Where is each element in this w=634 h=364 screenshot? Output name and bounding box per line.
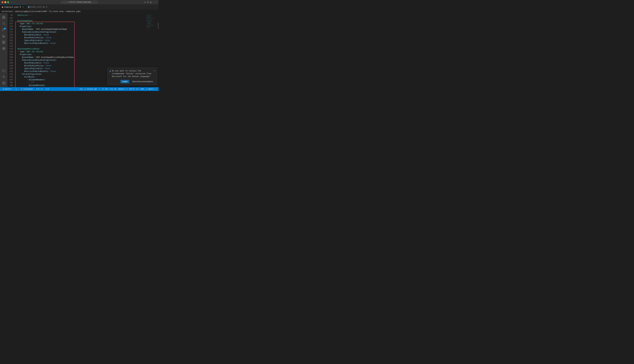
branch-icon: ⎇ bbox=[2, 88, 4, 90]
status-launchpad[interactable]: 🚀 Launchpad bbox=[20, 87, 34, 91]
svg-point-7 bbox=[2, 30, 3, 31]
minimap-scroll-thumb bbox=[158, 22, 158, 29]
encoding-label: UTF-8 bbox=[129, 88, 134, 90]
status-line-ending[interactable]: LF bbox=[136, 87, 139, 91]
error-count: 0 bbox=[38, 88, 39, 90]
split-icon[interactable]: ⧉ bbox=[147, 1, 148, 4]
svg-point-17 bbox=[3, 83, 4, 84]
status-right: You, 1 second ago ⌕ Ln 151, Col 20 Space… bbox=[79, 87, 157, 91]
language-label: YAML bbox=[140, 88, 144, 90]
code-line-125: Properties: bbox=[15, 53, 146, 56]
status-language[interactable]: YAML bbox=[139, 87, 145, 91]
notification-actions: Install Show Recommendations bbox=[110, 80, 155, 83]
status-sync[interactable]: ↻ bbox=[15, 87, 18, 91]
breadcrumb-part[interactable]: template.yaml bbox=[66, 10, 81, 13]
notification-header: ℹ Do you want to install the recommended… bbox=[110, 70, 155, 78]
svg-line-5 bbox=[4, 24, 5, 25]
maximize-button[interactable] bbox=[7, 1, 9, 3]
source-control-badge: 3 bbox=[4, 28, 6, 30]
tab-close-icon[interactable]: × bbox=[22, 6, 24, 8]
line-number: 126 bbox=[8, 56, 13, 59]
status-search[interactable]: ⌕ bbox=[98, 87, 101, 91]
minimap-content: BookImageShop: Type: AWS::S3::Bucket Pro… bbox=[146, 13, 158, 29]
tab-untracked-indicator bbox=[28, 6, 30, 8]
tab-modified-indicator bbox=[2, 6, 3, 8]
show-recommendations-button[interactable]: Show Recommendations bbox=[130, 80, 155, 83]
install-button[interactable]: Install bbox=[120, 80, 129, 83]
search-icon: ⌕ bbox=[99, 88, 100, 90]
titlebar-right: ⊡ ⧉ ▤ ··· bbox=[144, 1, 157, 4]
layout-icon[interactable]: ⊡ bbox=[144, 1, 146, 4]
code-line-91: BooksList: ~ bbox=[15, 14, 146, 17]
breadcrumb-part[interactable]: fcj-book-shop bbox=[49, 10, 64, 13]
svg-rect-14 bbox=[4, 42, 5, 44]
line-number: 127 bbox=[8, 59, 13, 62]
tab-template-yaml[interactable]: template.yaml M × bbox=[0, 4, 26, 10]
line-number: 134 bbox=[8, 78, 13, 81]
code-line-119: BlockPublicPolicy: false bbox=[15, 36, 146, 39]
svg-point-6 bbox=[2, 28, 3, 29]
code-line-116: BucketName: !Ref bookImageShopBucketName bbox=[15, 28, 146, 31]
code-line-112 bbox=[15, 17, 146, 20]
svg-rect-11 bbox=[2, 41, 4, 42]
sidebar-item-cloud[interactable] bbox=[1, 68, 6, 74]
line-number: 122 bbox=[8, 45, 13, 48]
minimize-button[interactable] bbox=[4, 1, 6, 3]
cursor-position: Ln 151, Col 20 bbox=[102, 88, 116, 90]
panels-icon[interactable]: ▤ bbox=[150, 1, 151, 4]
close-button[interactable] bbox=[2, 1, 4, 3]
spell-label: 1 Spell bbox=[146, 88, 153, 90]
code-line-122 bbox=[15, 45, 146, 48]
sidebar-item-remote[interactable] bbox=[1, 46, 6, 51]
line-number: 120 bbox=[8, 39, 13, 42]
titlebar-search[interactable]: ⌕ first-cloud-journey bbox=[60, 1, 98, 4]
status-encoding[interactable]: UTF-8 bbox=[128, 87, 136, 91]
nav-forward-icon[interactable]: › bbox=[14, 1, 15, 4]
search-text: first-cloud-journey bbox=[70, 1, 91, 3]
activity-bar: 3 bbox=[0, 13, 8, 87]
hint-text: You, 1 second ago bbox=[80, 88, 97, 90]
branch-name: master* bbox=[5, 88, 12, 90]
code-line-129: BlockPublicPolicy: false bbox=[15, 64, 146, 67]
info-count: ℹ 0 bbox=[46, 88, 49, 90]
titlebar-nav: ‹ › bbox=[11, 1, 15, 4]
line-number: 132 bbox=[8, 73, 13, 76]
svg-point-16 bbox=[3, 76, 4, 77]
status-cursor[interactable]: Ln 151, Col 20 bbox=[101, 87, 117, 91]
status-errors[interactable]: ⊘ 0 ⚠ 4 bbox=[36, 87, 43, 91]
more-icon[interactable]: ··· bbox=[153, 1, 157, 4]
sidebar-item-source-control[interactable]: 3 bbox=[1, 27, 6, 32]
sidebar-item-explorer[interactable] bbox=[1, 14, 6, 20]
code-line-115: Properties: bbox=[15, 25, 146, 28]
breadcrumb-part[interactable]: serverless bbox=[2, 10, 13, 13]
sidebar-item-run[interactable] bbox=[1, 33, 6, 39]
status-branch[interactable]: ⎇ master* bbox=[1, 87, 13, 91]
line-number: 128 bbox=[8, 62, 13, 64]
feedback-icon: ☺ bbox=[155, 88, 156, 90]
traffic-lights bbox=[2, 1, 9, 3]
status-spell[interactable]: 1 Spell bbox=[145, 87, 154, 91]
status-spaces[interactable]: Spaces: 2 bbox=[117, 87, 128, 91]
sidebar-item-extensions[interactable] bbox=[1, 40, 6, 45]
status-left: ⎇ master* ↻ 🚀 Launchpad ⊘ 0 ⚠ 4 ℹ 0 bbox=[1, 87, 50, 91]
breadcrumb-part[interactable]: deployingApplicationsWithSAM bbox=[15, 10, 47, 13]
status-feedback[interactable]: ☺ bbox=[154, 87, 157, 91]
code-line-114: Type: AWS::S3::Bucket bbox=[15, 22, 146, 25]
sidebar-item-search[interactable] bbox=[1, 21, 6, 26]
svg-marker-9 bbox=[3, 35, 5, 38]
sidebar-item-settings[interactable] bbox=[1, 80, 6, 86]
line-number: 112 bbox=[8, 17, 13, 20]
status-info[interactable]: ℹ 0 bbox=[45, 87, 50, 91]
line-numbers: 91 112 113 114 115 116 117 118 119 120 1… bbox=[8, 13, 14, 87]
line-number: 131 bbox=[8, 70, 13, 73]
svg-rect-2 bbox=[2, 18, 4, 18]
launchpad-label: Launchpad bbox=[24, 88, 32, 90]
breadcrumb: serverless › deployingApplicationsWithSA… bbox=[0, 10, 158, 13]
line-number: 91 bbox=[8, 14, 13, 17]
status-hint[interactable]: You, 1 second ago bbox=[79, 87, 98, 91]
sidebar-item-account[interactable] bbox=[1, 74, 6, 80]
line-number: 114 bbox=[8, 22, 13, 25]
tab-books-list[interactable]: books_list.py U bbox=[26, 4, 49, 10]
notification-close-button[interactable]: × bbox=[153, 70, 155, 72]
nav-back-icon[interactable]: ‹ bbox=[11, 1, 12, 4]
